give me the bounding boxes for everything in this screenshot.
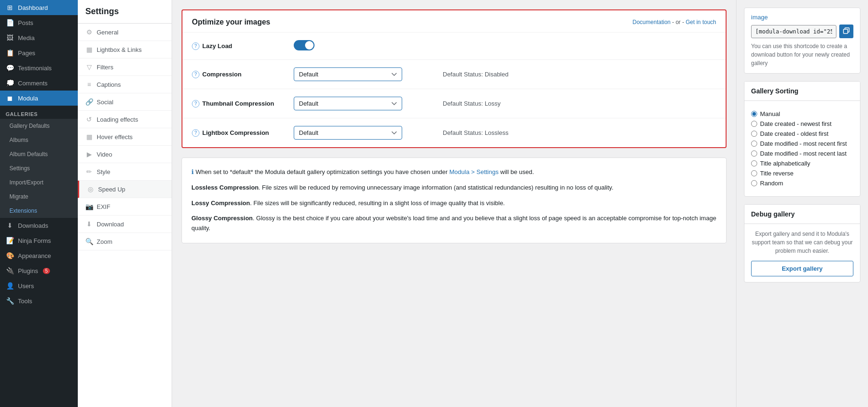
lazy-load-toggle[interactable]: [294, 40, 314, 50]
sidebar-item-comments[interactable]: 💭 Comments: [0, 75, 78, 91]
galleries-section-label: Galleries: [0, 106, 78, 119]
or-label: - or -: [672, 19, 684, 25]
downloads-label: Downloads: [18, 222, 48, 229]
radio-date-modified-recent-first-input[interactable]: [751, 141, 757, 147]
nav-item-lightbox-links[interactable]: ▦ Lightbox & Links: [78, 41, 172, 58]
nav-item-general[interactable]: ⚙ General: [78, 24, 172, 41]
radio-date-created-newest[interactable]: Date created - newest first: [751, 120, 853, 127]
radio-random-input[interactable]: [751, 180, 757, 186]
nav-label-captions: Captions: [97, 81, 121, 88]
lazy-load-help-icon[interactable]: ?: [192, 42, 199, 50]
nav-item-loading-effects[interactable]: ↺ Loading effects: [78, 111, 172, 128]
right-sidebar: image You can use this shortcode to crea…: [736, 0, 868, 407]
shortcode-panel: image You can use this shortcode to crea…: [744, 8, 860, 74]
sidebar-item-pages[interactable]: 📋 Pages: [0, 45, 78, 60]
nav-item-captions[interactable]: ≡ Captions: [78, 76, 172, 93]
sidebar-item-media[interactable]: 🖼 Media: [0, 30, 78, 45]
nav-item-exif[interactable]: 📷 EXIF: [78, 198, 172, 216]
radio-random[interactable]: Random: [751, 180, 853, 187]
radio-date-modified-recent-first[interactable]: Date modified - most recent first: [751, 140, 853, 147]
sidebar-item-label: Posts: [18, 19, 33, 26]
radio-date-modified-recent-last-input[interactable]: [751, 150, 757, 157]
shortcode-input[interactable]: [751, 25, 836, 38]
radio-manual-input[interactable]: [751, 111, 757, 117]
thumbnail-compression-help-icon[interactable]: ?: [192, 100, 199, 108]
compression-label: ? Compression: [192, 71, 286, 78]
nav-label-general: General: [97, 29, 118, 36]
radio-date-modified-recent-first-label: Date modified - most recent first: [760, 140, 847, 147]
nav-item-video[interactable]: ▶ Video: [78, 146, 172, 163]
radio-date-created-newest-input[interactable]: [751, 121, 757, 127]
style-icon: ✏: [85, 168, 93, 175]
nav-item-style[interactable]: ✏ Style: [78, 163, 172, 181]
gallery-sorting-title: Gallery Sorting: [744, 82, 860, 101]
sidebar-item-album-defaults[interactable]: Album Defaults: [0, 147, 78, 161]
lossy-desc: . File sizes will be significantly reduc…: [250, 199, 504, 207]
nav-item-hover-effects[interactable]: ▦ Hover effects: [78, 128, 172, 146]
radio-manual[interactable]: Manual: [751, 110, 853, 117]
optimize-links: Documentation - or - Get in touch: [633, 19, 716, 25]
radio-title-reverse[interactable]: Title reverse: [751, 170, 853, 177]
radio-date-created-oldest-label: Date created - oldest first: [760, 130, 828, 137]
compression-help-icon[interactable]: ?: [192, 71, 199, 78]
modula-settings-link[interactable]: Modula > Settings: [449, 168, 498, 175]
compression-select[interactable]: Default Lossless Lossy Glossy Disabled: [294, 67, 402, 81]
sidebar-item-import-export[interactable]: Import/Export: [0, 175, 78, 190]
thumbnail-compression-select[interactable]: Default Lossless Lossy Glossy Disabled: [294, 97, 402, 110]
sidebar-item-dashboard[interactable]: ⊞ Dashboard: [0, 0, 78, 15]
nav-item-speed-up[interactable]: ◎ Speed Up: [78, 181, 172, 198]
appearance-label: Appearance: [18, 252, 51, 259]
nav-item-download[interactable]: ⬇ Download: [78, 216, 172, 233]
nav-item-filters[interactable]: ▽ Filters: [78, 58, 172, 76]
lightbox-icon: ▦: [85, 46, 93, 53]
settings-title: Settings: [78, 0, 172, 24]
lightbox-compression-control: Default Lossless Lossy Glossy Disabled: [294, 126, 435, 140]
copy-shortcode-button[interactable]: [839, 25, 853, 38]
video-icon: ▶: [85, 150, 93, 158]
sidebar-item-gallery-defaults[interactable]: Gallery Defaults: [0, 119, 78, 133]
sidebar-item-plugins[interactable]: 🔌 Plugins 5: [0, 263, 78, 278]
lightbox-compression-select[interactable]: Default Lossless Lossy Glossy Disabled: [294, 126, 402, 140]
compression-text: Compression: [202, 71, 241, 78]
shortcode-panel-body: image You can use this shortcode to crea…: [744, 8, 860, 73]
radio-title-reverse-input[interactable]: [751, 170, 757, 176]
toggle-slider: [294, 40, 314, 50]
radio-title-alphabetically[interactable]: Title alphabetically: [751, 160, 853, 167]
svg-rect-0: [843, 29, 848, 33]
radio-title-alphabetically-input[interactable]: [751, 160, 757, 166]
radio-date-created-oldest[interactable]: Date created - oldest first: [751, 130, 853, 137]
ninja-forms-icon: 📝: [6, 237, 14, 244]
sidebar-item-settings[interactable]: Settings: [0, 161, 78, 175]
radio-date-modified-recent-last[interactable]: Date modified - most recent last: [751, 150, 853, 157]
sidebar-item-migrate[interactable]: Migrate: [0, 190, 78, 204]
nav-label-filters: Filters: [97, 64, 113, 71]
radio-date-created-oldest-input[interactable]: [751, 131, 757, 137]
nav-item-zoom[interactable]: 🔍 Zoom: [78, 233, 172, 250]
optimize-header: Optimize your images Documentation - or …: [182, 10, 726, 33]
export-gallery-button[interactable]: Export gallery: [751, 261, 853, 276]
lightbox-compression-help-icon[interactable]: ?: [192, 129, 199, 137]
sidebar-item-testimonials[interactable]: 💬 Testimonials: [0, 60, 78, 75]
sidebar-item-ninja-forms[interactable]: 📝 Ninja Forms: [0, 233, 78, 248]
lossless-paragraph: Lossless Compression. File sizes will be…: [191, 183, 717, 193]
social-icon: 🔗: [85, 98, 93, 106]
sidebar-item-label: Pages: [18, 50, 35, 57]
image-link[interactable]: image: [751, 14, 853, 21]
sidebar-item-users[interactable]: 👤 Users: [0, 278, 78, 293]
sidebar-item-appearance[interactable]: 🎨 Appearance: [0, 248, 78, 263]
main-wrapper: Settings ⚙ General ▦ Lightbox & Links ▽ …: [78, 0, 868, 407]
lightbox-compression-text: Lightbox Compression: [202, 129, 269, 136]
migrate-label: Migrate: [9, 193, 28, 200]
lossy-paragraph: Lossy Compression. File sizes will be si…: [191, 199, 717, 208]
sidebar-item-posts[interactable]: 📄 Posts: [0, 15, 78, 30]
contact-link[interactable]: Get in touch: [686, 19, 716, 25]
sidebar-item-extensions[interactable]: Extensions: [0, 204, 78, 218]
nav-label-speed-up: Speed Up: [98, 186, 125, 193]
sidebar-item-modula[interactable]: ◼ Modula: [0, 91, 78, 106]
documentation-link[interactable]: Documentation: [633, 19, 671, 25]
sidebar-item-albums[interactable]: Albums: [0, 133, 78, 147]
nav-item-social[interactable]: 🔗 Social: [78, 93, 172, 111]
sidebar-item-tools[interactable]: 🔧 Tools: [0, 293, 78, 308]
tools-label: Tools: [18, 298, 32, 305]
sidebar-item-downloads[interactable]: ⬇ Downloads: [0, 218, 78, 233]
